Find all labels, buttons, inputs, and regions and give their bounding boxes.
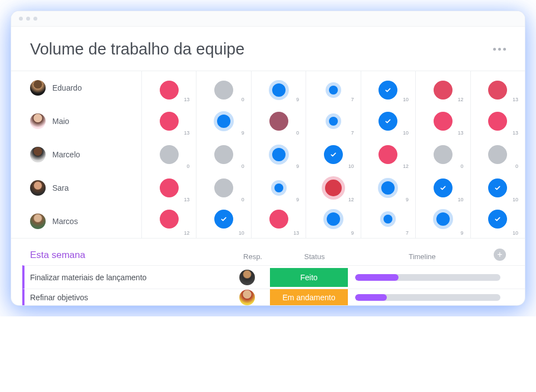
workload-cell[interactable]: 13 (415, 105, 470, 138)
workload-value: 12 (458, 97, 464, 102)
workload-bubble (488, 112, 507, 131)
workload-cell[interactable]: 13 (141, 71, 196, 105)
workload-bubble (434, 145, 453, 164)
workload-cell[interactable]: 9 (306, 205, 360, 238)
workload-cell[interactable]: 0 (196, 171, 250, 205)
avatar (239, 270, 255, 285)
workload-bubble (434, 112, 453, 131)
workload-cell[interactable]: 10 (361, 71, 415, 105)
workload-cell[interactable]: 12 (141, 205, 196, 238)
member-cell[interactable]: Eduardo (11, 80, 141, 96)
workload-cell[interactable]: 7 (306, 105, 360, 138)
workload-grid: Eduardo13097101213Maio13907101313Marcelo… (11, 71, 525, 239)
window-titlebar (11, 11, 525, 27)
workload-cell[interactable]: 10 (306, 138, 360, 171)
workload-bubble (329, 117, 338, 126)
workload-cell[interactable]: 9 (251, 171, 306, 205)
workload-value: 12 (184, 230, 189, 236)
dot-icon (503, 48, 506, 51)
avatar (30, 80, 46, 96)
add-column-button[interactable]: + (494, 249, 506, 261)
workload-cell[interactable]: 10 (361, 105, 415, 138)
workload-cell[interactable]: 0 (415, 138, 470, 171)
workload-bubble (214, 178, 233, 197)
workload-cell[interactable]: 10 (415, 171, 470, 205)
timeline-track (355, 294, 500, 301)
workload-cell[interactable]: 0 (251, 105, 306, 138)
status-pill[interactable]: Em andamento (270, 289, 348, 305)
workload-value: 9 (461, 230, 464, 236)
workload-cell[interactable]: 9 (251, 138, 306, 171)
workload-value: 9 (406, 197, 409, 202)
workload-cell[interactable]: 13 (470, 71, 525, 105)
workload-bubble (160, 178, 179, 197)
workload-value: 13 (293, 230, 299, 236)
workload-cell[interactable]: 13 (141, 105, 196, 138)
workload-cell[interactable]: 12 (415, 71, 470, 105)
workload-cell[interactable]: 0 (141, 138, 196, 171)
workload-value: 7 (406, 230, 409, 236)
workload-cell[interactable]: 7 (306, 71, 360, 105)
workload-bubble (436, 212, 450, 226)
workload-value: 0 (186, 163, 189, 169)
column-header-status: Status (274, 252, 355, 261)
window-control-dot[interactable] (26, 17, 30, 21)
workload-value: 0 (242, 97, 244, 102)
workload-cell[interactable]: 12 (306, 171, 360, 205)
window-control-dot[interactable] (33, 17, 37, 21)
workload-value: 10 (239, 230, 244, 236)
workload-cell[interactable]: 9 (196, 105, 250, 138)
avatar (30, 214, 46, 229)
page-header: Volume de trabalho da equipe (11, 27, 525, 71)
timeline-cell[interactable] (350, 274, 506, 281)
workload-cell[interactable]: 0 (196, 138, 250, 171)
workload-value: 9 (351, 230, 354, 236)
task-list: Finalizar materiais de lançamentoFeitoRe… (30, 265, 506, 305)
workload-cell[interactable]: 0 (470, 138, 525, 171)
timeline-cell[interactable] (350, 294, 506, 301)
workload-bubble (434, 81, 453, 100)
more-menu-button[interactable] (493, 48, 506, 51)
workload-bubble (160, 81, 179, 100)
workload-cell[interactable]: 13 (141, 171, 196, 205)
task-row[interactable]: Finalizar materiais de lançamentoFeito (22, 265, 525, 289)
workload-bubble (383, 215, 392, 224)
workload-value: 10 (403, 130, 409, 136)
workload-value: 7 (351, 97, 354, 102)
workload-cell[interactable]: 10 (196, 205, 250, 238)
workload-value: 7 (351, 130, 354, 136)
workload-bubble (488, 81, 507, 100)
workload-value: 9 (296, 163, 299, 169)
workload-bubble (329, 86, 338, 95)
workload-cell[interactable]: 13 (251, 205, 306, 238)
task-name: Finalizar materiais de lançamento (30, 273, 226, 282)
member-cell[interactable]: Marcelo (11, 147, 141, 162)
workload-cell[interactable]: 10 (470, 171, 525, 205)
window-control-dot[interactable] (19, 17, 23, 21)
workload-cell[interactable]: 9 (415, 205, 470, 238)
workload-value: 13 (184, 130, 189, 136)
task-row[interactable]: Refinar objetivosEm andamento (22, 289, 525, 305)
workload-cell[interactable]: 7 (361, 205, 415, 238)
week-section: Esta semana Resp. Status Timeline + Fina… (11, 239, 525, 305)
workload-bubble (434, 178, 453, 197)
workload-cell[interactable]: 9 (251, 71, 306, 105)
task-assignee[interactable] (226, 270, 268, 285)
workload-row: Maio13907101313 (11, 105, 525, 138)
avatar (30, 180, 46, 196)
workload-value: 13 (513, 130, 518, 136)
status-pill[interactable]: Feito (270, 268, 348, 287)
workload-value: 0 (242, 197, 244, 202)
member-cell[interactable]: Sara (11, 180, 141, 196)
member-cell[interactable]: Maio (11, 113, 141, 129)
member-cell[interactable]: Marcos (11, 214, 141, 229)
workload-value: 0 (515, 163, 518, 169)
workload-cell[interactable]: 0 (196, 71, 250, 105)
workload-cell[interactable]: 10 (470, 205, 525, 238)
task-assignee[interactable] (226, 290, 268, 305)
workload-bubble (214, 210, 233, 229)
timeline-track (355, 274, 500, 281)
workload-cell[interactable]: 9 (361, 171, 415, 205)
workload-cell[interactable]: 13 (470, 105, 525, 138)
workload-cell[interactable]: 12 (361, 138, 415, 171)
